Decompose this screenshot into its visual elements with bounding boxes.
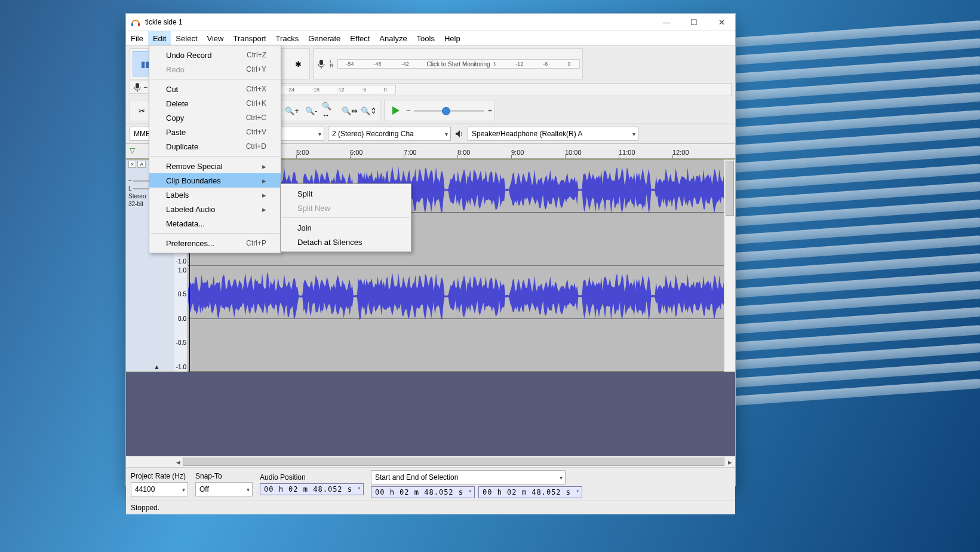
menu-tracks[interactable]: Tracks [271, 31, 304, 45]
menuitem-remove-special[interactable]: Remove Special [149, 159, 281, 173]
selection-start-field[interactable]: 00 h 02 m 48.052 s [371, 486, 475, 498]
mic-icon [317, 59, 326, 69]
menuitem-clip-boundaries[interactable]: Clip Boundaries [149, 173, 281, 188]
multi-tool[interactable]: ✱ [289, 55, 307, 73]
menuitem-split[interactable]: Split [281, 186, 411, 201]
selection-end-field[interactable]: 00 h 02 m 48.052 s [478, 486, 582, 498]
play-icon [392, 106, 400, 115]
horizontal-scrollbar[interactable]: ◂ ▸ [126, 456, 735, 467]
fit-project-button[interactable]: 🔍⇔ [340, 102, 358, 119]
record-channels-select[interactable]: 2 (Stereo) Recording Cha [328, 127, 451, 141]
zoom-toggle-button[interactable]: 🔍⇕ [360, 102, 377, 119]
status-text: Stopped. [131, 504, 159, 512]
zoom-out-button[interactable]: 🔍- [302, 102, 320, 119]
track-close-button[interactable]: × [128, 161, 136, 168]
cut-button[interactable]: ✂ [133, 102, 150, 119]
svg-rect-2 [320, 60, 323, 65]
menu-generate[interactable]: Generate [303, 31, 345, 45]
mic-small-icon [133, 82, 142, 92]
project-rate-select[interactable]: 44100 [131, 482, 188, 496]
window-close-button[interactable]: ✕ [708, 14, 735, 30]
ruler-tick: 10:00 [565, 149, 582, 156]
selection-mode-select[interactable]: Start and End of Selection [371, 470, 566, 484]
menuitem-preferences-[interactable]: Preferences...Ctrl+P [149, 236, 281, 250]
menuitem-delete[interactable]: DeleteCtrl+K [149, 96, 281, 111]
menuitem-metadata-[interactable]: Metadata... [149, 216, 281, 231]
menu-tools[interactable]: Tools [412, 31, 440, 45]
ruler-tick: 5:00 [296, 149, 309, 156]
menuitem-split-new: Split New [281, 201, 411, 215]
play-at-speed-button[interactable] [387, 102, 405, 119]
menu-analyze[interactable]: Analyze [374, 31, 411, 45]
svg-rect-0 [131, 23, 133, 26]
zoom-toolbar: 🔍+ 🔍- 🔍↔ 🔍⇔ 🔍⇕ [280, 100, 380, 121]
zoom-in-button[interactable]: 🔍+ [283, 102, 301, 119]
menu-help[interactable]: Help [440, 31, 465, 45]
menu-file[interactable]: File [126, 31, 148, 45]
ruler-tick: 11:00 [619, 149, 635, 156]
audio-position-label: Audio Position [260, 473, 364, 482]
menu-edit[interactable]: Edit [148, 31, 171, 45]
menuitem-paste[interactable]: PasteCtrl+V [149, 125, 281, 139]
empty-track-area[interactable] [126, 372, 735, 456]
menu-effect[interactable]: Effect [345, 31, 374, 45]
play-speed-slider[interactable]: −+ [406, 106, 492, 115]
speaker-icon-2 [454, 129, 464, 139]
window-min-button[interactable]: ― [653, 14, 680, 30]
menuitem-undo-record[interactable]: Undo RecordCtrl+Z [149, 48, 281, 62]
ruler-tick: 6:00 [350, 149, 362, 156]
selection-toolbar: Project Rate (Hz) 44100 Snap-To Off Audi… [126, 467, 735, 501]
menuitem-redo: RedoCtrl+Y [149, 62, 281, 76]
collapse-button[interactable]: ▲ [153, 363, 160, 370]
app-window: tickle side 1 ― ☐ ✕ FileEditSelectViewTr… [125, 13, 736, 486]
ruler-tick: 12:00 [672, 149, 689, 156]
menubar: FileEditSelectViewTransportTracksGenerat… [126, 31, 735, 46]
svg-rect-1 [138, 23, 140, 26]
track-menu-button[interactable]: A [137, 161, 146, 168]
vertical-scrollbar[interactable] [724, 160, 735, 372]
svg-rect-3 [136, 83, 139, 88]
project-rate-label: Project Rate (Hz) [131, 472, 188, 480]
menuitem-cut[interactable]: CutCtrl+X [149, 82, 281, 96]
menu-view[interactable]: View [202, 31, 229, 45]
menuitem-labels[interactable]: Labels [149, 188, 281, 202]
menuitem-join[interactable]: Join [281, 220, 411, 235]
ruler-tick: 7:00 [404, 149, 416, 156]
window-title: tickle side 1 [145, 18, 183, 26]
ruler-tick: 8:00 [457, 149, 470, 156]
playback-device-select[interactable]: Speaker/Headphone (Realtek(R) A [468, 127, 638, 141]
titlebar[interactable]: tickle side 1 ― ☐ ✕ [126, 14, 735, 31]
status-bar: Stopped. [126, 501, 735, 514]
meter-hint[interactable]: Click to Start Monitoring [423, 61, 493, 68]
menuitem-detach-at-silences[interactable]: Detach at Silences [281, 235, 411, 249]
pin-icon[interactable]: ▽ [130, 146, 135, 155]
clip-boundaries-submenu: SplitSplit NewJoinDetach at Silences [280, 183, 411, 252]
audio-position-field[interactable]: 00 h 02 m 48.052 s [260, 483, 364, 495]
menu-select[interactable]: Select [171, 31, 202, 45]
edit-menu-dropdown: Undo RecordCtrl+ZRedoCtrl+YCutCtrl+XDele… [149, 45, 281, 253]
window-max-button[interactable]: ☐ [680, 14, 708, 30]
play-at-speed-toolbar: −+ [384, 100, 495, 121]
waveform-right[interactable] [188, 266, 735, 372]
snap-to-label: Snap-To [195, 472, 253, 480]
app-logo-icon [131, 17, 140, 27]
menu-transport[interactable]: Transport [228, 31, 271, 45]
wave-right-icon [188, 266, 735, 327]
ruler-tick: 9:00 [511, 149, 524, 156]
menuitem-copy[interactable]: CopyCtrl+C [149, 111, 281, 125]
menuitem-duplicate[interactable]: DuplicateCtrl+D [149, 139, 281, 154]
fit-selection-button[interactable]: 🔍↔ [321, 102, 339, 119]
snap-to-select[interactable]: Off [195, 482, 253, 496]
menuitem-labeled-audio[interactable]: Labeled Audio [149, 202, 281, 216]
record-meter[interactable]: LR -54-48-42-18-12-60 Click to Start Mon… [314, 48, 583, 79]
